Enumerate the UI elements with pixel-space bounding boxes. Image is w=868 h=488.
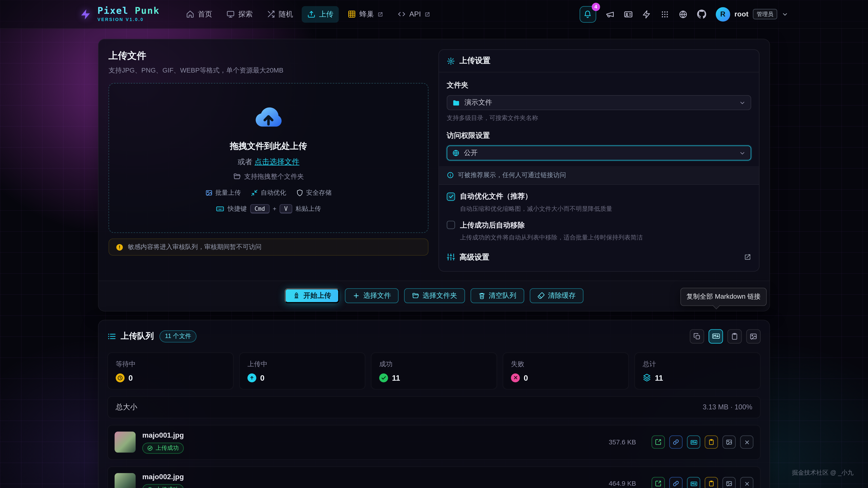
upload-subtitle: 支持JPG、PNG、GIF、WEBP等格式，单个资源最大20MB: [108, 66, 429, 75]
select-files-button[interactable]: 选择文件: [345, 288, 399, 303]
shortcut-label: 快捷键: [228, 204, 247, 213]
notifications-button[interactable]: 4: [579, 6, 596, 22]
file-row: majo001.jpg 上传成功 357.6 KB: [107, 425, 761, 460]
nav-item-api[interactable]: API: [392, 6, 436, 22]
id-card-button[interactable]: [624, 10, 632, 19]
clear-cache-label: 清除缓存: [548, 291, 576, 300]
rocket-icon: [293, 292, 300, 299]
brand-logo[interactable]: Pixel Punk VERSION V1.0.0: [80, 6, 160, 22]
access-info-text: 可被推荐展示，任何人可通过链接访问: [458, 171, 566, 180]
navbar-inner: Pixel Punk VERSION V1.0.0 首页 探索 随机: [80, 6, 788, 22]
dropzone-title: 拖拽文件到此处上传: [230, 140, 307, 152]
stat-value: 0: [128, 373, 133, 382]
select-folder-label: 选择文件夹: [423, 291, 457, 300]
announcement-button[interactable]: [605, 10, 614, 19]
checkbox-unchecked[interactable]: [447, 221, 455, 229]
cloud-upload-icon: [254, 103, 283, 132]
external-link-icon[interactable]: [744, 254, 751, 261]
advanced-settings-row[interactable]: 高级设置: [447, 252, 751, 262]
feature-list: 批量上传 自动优化 安全存储: [206, 188, 332, 197]
preview-all-button[interactable]: [746, 329, 761, 344]
brand-text-block: Pixel Punk VERSION V1.0.0: [97, 6, 160, 22]
file-dropzone[interactable]: 拖拽文件到此处上传 或者 点击选择文件 支持拖拽整个文件夹: [108, 83, 429, 233]
status-text: 上传成功: [156, 486, 179, 488]
file-actions: [651, 477, 753, 488]
stat-waiting: 等待中 0: [107, 352, 234, 390]
auto-optimize-row[interactable]: 自动优化文件（推荐）: [447, 191, 751, 201]
preview-button[interactable]: [722, 477, 736, 488]
watermark: 掘金技术社区 @ _小九: [792, 468, 854, 477]
remove-file-button[interactable]: [740, 435, 753, 449]
feature-optimize: 自动优化: [251, 188, 286, 197]
copy-markdown-button[interactable]: [687, 477, 700, 488]
shortcut-hint: 快捷键 Cmd + V 粘贴上传: [216, 204, 321, 213]
stat-label: 上传中: [248, 360, 357, 369]
stat-value: 11: [392, 373, 400, 382]
clear-cache-button[interactable]: 清除缓存: [530, 288, 583, 303]
copy-link-button[interactable]: [669, 435, 683, 449]
total-size-label: 总大小: [116, 402, 137, 412]
checkbox-checked[interactable]: [447, 192, 455, 201]
access-field-label: 访问权限设置: [447, 131, 751, 140]
copy-link-button[interactable]: [669, 477, 683, 488]
dropzone-subline: 或者 点击选择文件: [238, 157, 300, 167]
copy-html-button[interactable]: [705, 477, 718, 488]
open-link-button[interactable]: [651, 477, 665, 488]
preview-button[interactable]: [722, 435, 736, 449]
eraser-icon: [537, 292, 545, 299]
globe-button[interactable]: [679, 10, 687, 19]
nav-item-hive[interactable]: 蜂巢: [342, 6, 389, 22]
nav-item-home[interactable]: 首页: [181, 6, 218, 22]
copy-html-button[interactable]: [705, 435, 718, 449]
notification-badge: 4: [592, 2, 600, 11]
file-thumbnail[interactable]: [115, 473, 135, 488]
access-select[interactable]: 公开: [447, 145, 751, 160]
folder-select[interactable]: 演示文件: [447, 95, 751, 110]
apps-grid-button[interactable]: [660, 10, 669, 19]
nav-item-upload[interactable]: 上传: [302, 6, 339, 22]
file-thumbnail[interactable]: [115, 432, 135, 453]
clear-queue-button[interactable]: 清空队列: [470, 288, 524, 303]
select-folder-button[interactable]: 选择文件夹: [404, 288, 465, 303]
select-files-link[interactable]: 点击选择文件: [254, 158, 299, 166]
nav-label: 首页: [198, 9, 212, 19]
nav-item-explore[interactable]: 探索: [221, 6, 258, 22]
github-button[interactable]: [697, 9, 706, 19]
upload-area: 上传文件 支持JPG、PNG、GIF、WEBP等格式，单个资源最大20MB 拖拽…: [108, 49, 429, 271]
list-icon: [107, 332, 116, 341]
stat-label: 成功: [379, 360, 489, 369]
open-link-button[interactable]: [651, 435, 665, 449]
info-icon: [447, 171, 454, 179]
plus-text: +: [273, 205, 276, 212]
copy-markdown-button[interactable]: [687, 435, 700, 449]
zap-button[interactable]: [642, 10, 651, 19]
file-size: 357.6 KB: [609, 438, 645, 446]
stat-label: 总计: [643, 360, 752, 369]
folder-open-icon: [412, 292, 419, 299]
stat-uploading: 上传中 0: [239, 352, 365, 390]
review-warning: 敏感内容将进入审核队列，审核期间暂不可访问: [108, 238, 429, 256]
nav-label: 蜂巢: [360, 9, 374, 19]
user-menu[interactable]: R root 管理员: [716, 7, 788, 22]
auto-optimize-label: 自动优化文件（推荐）: [460, 191, 532, 201]
upload-arrow-icon: [248, 373, 256, 382]
copy-all-html-button[interactable]: [727, 329, 742, 344]
feature-secure: 安全存储: [296, 188, 332, 197]
copy-all-links-button[interactable]: [690, 329, 704, 344]
shuffle-icon: [267, 10, 275, 18]
nav-item-random[interactable]: 随机: [261, 6, 299, 22]
auto-remove-desc: 上传成功的文件将自动从列表中移除，适合批量上传时保持列表简洁: [460, 233, 751, 242]
warning-text: 敏感内容将进入审核队列，审核期间暂不可访问: [128, 243, 261, 251]
queue-header: 上传队列 11 个文件: [107, 329, 761, 344]
status-text: 上传成功: [156, 444, 179, 452]
remove-file-button[interactable]: [740, 477, 753, 488]
copy-all-markdown-button[interactable]: [709, 329, 723, 344]
auto-optimize-desc: 自动压缩和优化缩略图，减小文件大小而不明显降低质量: [460, 205, 751, 214]
file-count-badge: 11 个文件: [159, 330, 197, 343]
app-root: Pixel Punk VERSION V1.0.0 首页 探索 随机: [0, 0, 868, 488]
action-buttons-row: 开始上传 选择文件 选择文件夹 清空队列 清除缓存: [98, 281, 770, 311]
start-upload-button[interactable]: 开始上传: [285, 288, 339, 303]
nav-label: 探索: [238, 9, 253, 19]
auto-remove-row[interactable]: 上传成功后自动移除: [447, 220, 751, 230]
upload-queue-panel: 上传队列 11 个文件 等待中 0: [98, 320, 770, 488]
